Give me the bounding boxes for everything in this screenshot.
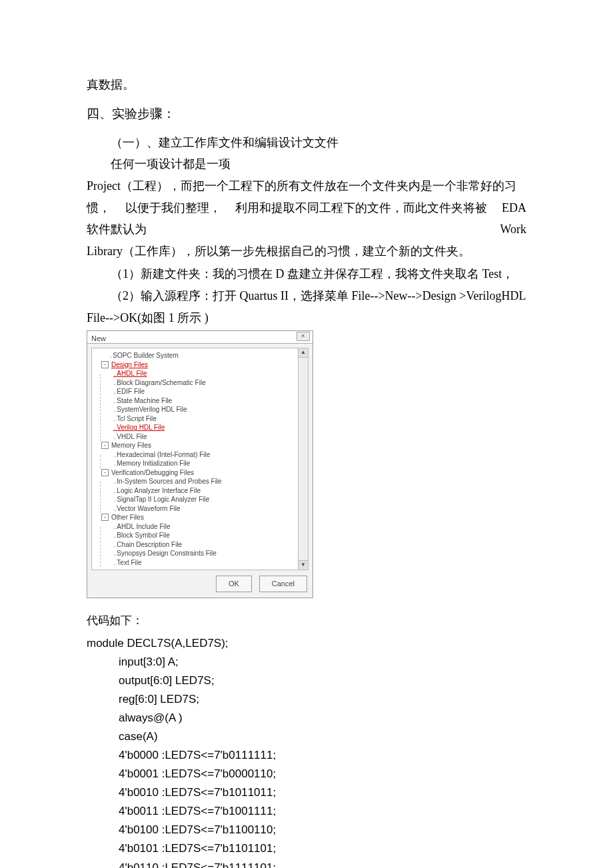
tree-item-selected[interactable]: Verilog HDL File <box>113 423 294 432</box>
file-type-tree[interactable]: SOPC Builder System -Design Files AHDL F… <box>91 348 299 570</box>
tree-item[interactable]: Block Diagram/Schematic File <box>113 378 294 388</box>
tree-parent-label: Design Files <box>111 361 148 368</box>
tree-parent-label: Memory Files <box>111 442 151 449</box>
tree-item[interactable]: Tcl Script File <box>113 414 294 424</box>
tree-item[interactable]: State Machine File <box>113 396 294 406</box>
text: 以便于我们整理， <box>125 198 221 218</box>
code-line: always@(A ) <box>87 709 526 727</box>
paragraph-fragment: 真数据。 <box>87 75 526 95</box>
tree-children: In-System Sources and Probes File Logic … <box>96 477 294 513</box>
tree-children: AHDL File Block Diagram/Schematic File E… <box>96 369 294 441</box>
tree-item[interactable]: Synopsys Design Constraints File <box>113 549 294 558</box>
text: 利用和提取不同工程下的文件，而此文件夹将被 <box>235 198 487 218</box>
scrollbar[interactable]: ▲ ▼ <box>299 348 308 570</box>
tree-item[interactable]: Vector Waveform File <box>113 504 294 514</box>
tree-item[interactable]: AHDL Include File <box>113 522 294 532</box>
tree-item[interactable]: SOPC Builder System <box>96 351 294 360</box>
cancel-button[interactable]: Cancel <box>259 576 307 592</box>
tree-children: AHDL Include File Block Symbol File Chai… <box>96 522 294 568</box>
step-2: （2）输入源程序：打开 Quartus II，选择菜单 File-->New--… <box>87 286 526 306</box>
new-dialog: New × SOPC Builder System -Design Files … <box>87 330 313 598</box>
minus-icon: - <box>101 361 109 368</box>
tree-parent-label: Other Files <box>111 514 144 521</box>
minus-icon: - <box>101 469 109 476</box>
text: 软件默认为 <box>87 219 147 240</box>
code-line: 4'b0110 :LED7S<=7'b1111101; <box>87 859 526 868</box>
paragraph: Library（工作库），所以第一步先根据自己的习惯，建立个新的文件夹。 <box>87 241 526 262</box>
scroll-up-icon[interactable]: ▲ <box>299 348 308 358</box>
code-line: 4'b0101 :LED7S<=7'b1101101; <box>87 839 526 858</box>
code-line: module DECL7S(A,LED7S); <box>87 634 526 653</box>
text: 惯， <box>87 198 111 218</box>
dialog-footer: OK Cancel <box>87 573 312 598</box>
code-line: reg[6:0] LED7S; <box>87 690 526 709</box>
paragraph: Project（工程），而把一个工程下的所有文件放在一个文件夹内是一个非常好的习 <box>87 176 526 197</box>
document-page: 真数据。 四、实验步骤： （一）、建立工作库文件和编辑设计文文件 任何一项设计都… <box>0 0 613 868</box>
section-heading: 四、实验步骤： <box>87 103 526 125</box>
tree-parent-label: Verification/Debugging Files <box>111 469 194 476</box>
text: Work <box>500 219 526 240</box>
dialog-body: SOPC Builder System -Design Files AHDL F… <box>87 344 312 573</box>
tree-children: Hexadecimal (Intel-Format) File Memory I… <box>96 450 294 468</box>
tree-group-other-files: -Other Files AHDL Include File Block Sym… <box>96 513 294 567</box>
subsection-heading: （一）、建立工作库文件和编辑设计文文件 <box>87 133 526 153</box>
code-line: 4'b0010 :LED7S<=7'b1011011; <box>87 783 526 802</box>
code-line: output[6:0] LED7S; <box>87 671 526 690</box>
code-lead-text: 代码如下： <box>87 612 526 630</box>
tree-group-verification: -Verification/Debugging Files In-System … <box>96 468 294 514</box>
paragraph: 任何一项设计都是一项 <box>87 154 526 175</box>
minus-icon: - <box>101 514 109 521</box>
tree-item[interactable]: EDIF File <box>113 387 294 396</box>
tree-item[interactable]: AHDL File <box>113 369 294 378</box>
tree-item[interactable]: Text File <box>113 558 294 568</box>
code-line: case(A) <box>87 727 526 746</box>
paragraph: 惯， 以便于我们整理， 利用和提取不同工程下的文件，而此文件夹将被 EDA <box>87 198 526 218</box>
tree-item[interactable]: Memory Initialization File <box>113 459 294 468</box>
tree-item[interactable]: VHDL File <box>113 432 294 442</box>
code-line: 4'b0001 :LED7S<=7'b0000110; <box>87 765 526 783</box>
tree-item[interactable]: SignalTap II Logic Analyzer File <box>113 495 294 504</box>
tree-group-memory-files: -Memory Files Hexadecimal (Intel-Format)… <box>96 441 294 468</box>
scroll-down-icon[interactable]: ▼ <box>299 560 308 570</box>
ok-button[interactable]: OK <box>216 576 252 592</box>
tree-parent[interactable]: -Memory Files <box>96 441 294 450</box>
code-line: 4'b0000 :LED7S<=7'b0111111; <box>87 746 526 765</box>
code-line: 4'b0100 :LED7S<=7'b1100110; <box>87 821 526 839</box>
tree-group-design-files: -Design Files AHDL File Block Diagram/Sc… <box>96 360 294 442</box>
code-listing: 代码如下： module DECL7S(A,LED7S); input[3:0]… <box>87 612 526 868</box>
tree-parent[interactable]: -Other Files <box>96 513 294 522</box>
tree-item[interactable]: SystemVerilog HDL File <box>113 405 294 414</box>
text: EDA <box>502 198 526 218</box>
minus-icon: - <box>101 442 109 449</box>
tree-item[interactable]: Logic Analyzer Interface File <box>113 486 294 496</box>
step-2-cont: File-->OK(如图 1 所示 ) <box>87 308 526 328</box>
tree-item[interactable]: In-System Sources and Probes File <box>113 477 294 486</box>
tree-item[interactable]: Hexadecimal (Intel-Format) File <box>113 450 294 460</box>
tree-item[interactable]: Block Symbol File <box>113 531 294 540</box>
step-1: （1）新建文件夹：我的习惯在 D 盘建立并保存工程，我将文件夹取名 Test， <box>87 264 526 284</box>
tree-item[interactable]: Chain Description File <box>113 540 294 550</box>
code-line: 4'b0011 :LED7S<=7'b1001111; <box>87 802 526 821</box>
paragraph: 软件默认为 Work <box>87 219 526 240</box>
dialog-title: New <box>91 334 106 342</box>
tree-parent[interactable]: -Design Files <box>96 360 294 370</box>
close-icon[interactable]: × <box>297 332 310 341</box>
tree-parent[interactable]: -Verification/Debugging Files <box>96 468 294 478</box>
dialog-titlebar: New × <box>87 331 312 344</box>
code-line: input[3:0] A; <box>87 653 526 671</box>
